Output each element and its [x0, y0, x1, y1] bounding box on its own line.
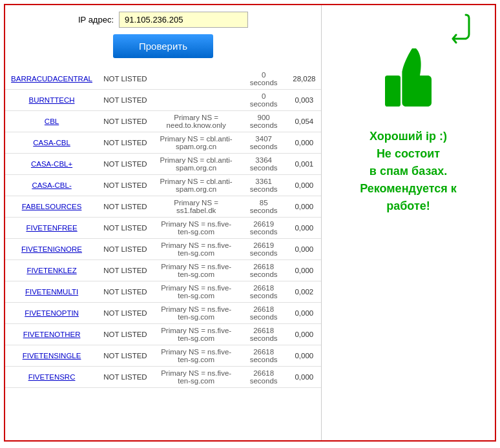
- ns-cell: Primary NS = cbl.anti-spam.org.cn: [152, 132, 240, 154]
- table-row: FIVETENOTHERNOT LISTEDPrimary NS = ns.fi…: [5, 324, 321, 345]
- table-row: FIVETENMULTINOT LISTEDPrimary NS = ns.fi…: [5, 281, 321, 303]
- ns-cell: Primary NS = cbl.anti-spam.org.cn: [152, 175, 240, 196]
- ip-row: IP адрес:: [5, 12, 321, 28]
- table-row: FIVETENOPTINNOT LISTEDPrimary NS = ns.fi…: [5, 303, 321, 324]
- left-panel: IP адрес: Проверить BARRACUDACENTRALNOT …: [5, 5, 322, 440]
- db-link[interactable]: FIVETENMULTI: [25, 288, 78, 296]
- score-cell: 0,000: [287, 303, 321, 324]
- score-cell: 0,000: [287, 324, 321, 345]
- status-cell: NOT LISTED: [98, 260, 152, 281]
- status-cell: NOT LISTED: [98, 132, 152, 154]
- ns-cell: [152, 90, 240, 111]
- table-row: BURNTTECHNOT LISTED0seconds0,003: [5, 90, 321, 111]
- db-link[interactable]: CBL: [45, 117, 59, 125]
- time-cell: 26619seconds: [240, 239, 287, 260]
- table-row: CASA-CBLNOT LISTEDPrimary NS = cbl.anti-…: [5, 132, 321, 154]
- time-cell: 26618seconds: [240, 260, 287, 281]
- score-cell: 0,000: [287, 239, 321, 260]
- status-cell: NOT LISTED: [98, 367, 152, 388]
- table-row: CASA-CBL-NOT LISTEDPrimary NS = cbl.anti…: [5, 175, 321, 196]
- ns-cell: [152, 68, 240, 90]
- status-cell: NOT LISTED: [98, 303, 152, 324]
- table-row: FIVETENKLEZNOT LISTEDPrimary NS = ns.fiv…: [5, 260, 321, 281]
- table-row: FIVETENFREENOT LISTEDPrimary NS = ns.fiv…: [5, 218, 321, 239]
- ns-cell: Primary NS = cbl.anti-spam.org.cn: [152, 154, 240, 175]
- db-link[interactable]: FIVETENOPTIN: [25, 309, 79, 317]
- time-cell: 26618seconds: [240, 345, 287, 367]
- status-cell: NOT LISTED: [98, 196, 152, 218]
- status-cell: NOT LISTED: [98, 175, 152, 196]
- status-cell: NOT LISTED: [98, 218, 152, 239]
- status-cell: NOT LISTED: [98, 281, 152, 303]
- score-cell: 0,000: [287, 196, 321, 218]
- svg-rect-0: [385, 76, 401, 107]
- table-row: CASA-CBL+NOT LISTEDPrimary NS = cbl.anti…: [5, 154, 321, 175]
- thumbs-up-icon: [370, 41, 447, 118]
- time-cell: 26618seconds: [240, 324, 287, 345]
- ns-cell: Primary NS = ns.five-ten-sg.com: [152, 367, 240, 388]
- table-row: FIVETENSINGLENOT LISTEDPrimary NS = ns.f…: [5, 345, 321, 367]
- ns-cell: Primary NS = ns.five-ten-sg.com: [152, 281, 240, 303]
- ip-label: IP адрес:: [78, 15, 114, 25]
- db-link[interactable]: FIVETENOTHER: [23, 331, 81, 338]
- time-cell: 85seconds: [240, 196, 287, 218]
- table-row: FIVETENSRCNOT LISTEDPrimary NS = ns.five…: [5, 367, 321, 388]
- table-row: BARRACUDACENTRALNOT LISTED0seconds28,028: [5, 68, 321, 90]
- time-cell: 26618seconds: [240, 281, 287, 303]
- db-link[interactable]: BARRACUDACENTRAL: [11, 75, 92, 83]
- ip-input[interactable]: [119, 12, 248, 28]
- ns-cell: Primary NS = ns.five-ten-sg.com: [152, 260, 240, 281]
- ns-cell: Primary NS = ns.five-ten-sg.com: [152, 345, 240, 367]
- status-cell: NOT LISTED: [98, 239, 152, 260]
- db-link[interactable]: FIVETENKLEZ: [26, 267, 76, 274]
- status-cell: NOT LISTED: [98, 111, 152, 132]
- score-cell: 0,003: [287, 90, 321, 111]
- status-cell: NOT LISTED: [98, 68, 152, 90]
- arrow-area: [331, 12, 485, 44]
- time-cell: 900seconds: [240, 111, 287, 132]
- score-cell: 0,000: [287, 345, 321, 367]
- ns-cell: Primary NS =need.to.know.only: [152, 111, 240, 132]
- time-cell: 26618seconds: [240, 303, 287, 324]
- score-cell: 0,002: [287, 281, 321, 303]
- table-row: FABELSOURCESNOT LISTEDPrimary NS = ss1.f…: [5, 196, 321, 218]
- score-cell: 0,000: [287, 132, 321, 154]
- db-link[interactable]: CASA-CBL+: [31, 160, 72, 168]
- status-cell: NOT LISTED: [98, 345, 152, 367]
- db-link[interactable]: FIVETENFREE: [26, 224, 77, 232]
- right-panel: Хороший ip :)Не состоитв спам базах.Реко…: [322, 5, 495, 440]
- db-link[interactable]: FABELSOURCES: [22, 203, 82, 210]
- db-link[interactable]: FIVETENSRC: [28, 373, 76, 381]
- ns-cell: Primary NS = ss1.fabel.dk: [152, 196, 240, 218]
- score-cell: 0,000: [287, 175, 321, 196]
- status-cell: NOT LISTED: [98, 154, 152, 175]
- ns-cell: Primary NS = ns.five-ten-sg.com: [152, 218, 240, 239]
- time-cell: 3364seconds: [240, 154, 287, 175]
- time-cell: 26618seconds: [240, 367, 287, 388]
- check-button[interactable]: Проверить: [113, 34, 213, 58]
- score-cell: 0,000: [287, 218, 321, 239]
- table-row: FIVETENIGNORENOT LISTEDPrimary NS = ns.f…: [5, 239, 321, 260]
- score-cell: 0,054: [287, 111, 321, 132]
- time-cell: 0seconds: [240, 90, 287, 111]
- time-cell: 0seconds: [240, 68, 287, 90]
- db-link[interactable]: CASA-CBL: [33, 139, 70, 147]
- ns-cell: Primary NS = ns.five-ten-sg.com: [152, 239, 240, 260]
- db-link[interactable]: CASA-CBL-: [32, 181, 71, 189]
- table-row: CBLNOT LISTEDPrimary NS =need.to.know.on…: [5, 111, 321, 132]
- result-table: BARRACUDACENTRALNOT LISTED0seconds28,028…: [5, 68, 321, 388]
- time-cell: 3407seconds: [240, 132, 287, 154]
- good-ip-text: Хороший ip :)Не состоитв спам базах.Реко…: [360, 128, 457, 215]
- score-cell: 28,028: [287, 68, 321, 90]
- db-link[interactable]: FIVETENSINGLE: [23, 352, 81, 360]
- score-cell: 0,001: [287, 154, 321, 175]
- ns-cell: Primary NS = ns.five-ten-sg.com: [152, 324, 240, 345]
- time-cell: 26619seconds: [240, 218, 287, 239]
- ns-cell: Primary NS = ns.five-ten-sg.com: [152, 303, 240, 324]
- db-link[interactable]: BURNTTECH: [29, 96, 75, 104]
- db-link[interactable]: FIVETENIGNORE: [21, 245, 82, 253]
- status-cell: NOT LISTED: [98, 90, 152, 111]
- status-cell: NOT LISTED: [98, 324, 152, 345]
- score-cell: 0,000: [287, 260, 321, 281]
- arrow-icon: [433, 12, 472, 44]
